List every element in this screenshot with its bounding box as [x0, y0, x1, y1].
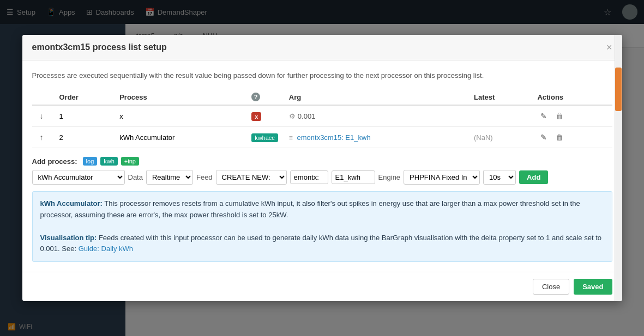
add-process-header: Add process: log kwh +inp	[32, 157, 612, 166]
move-down-button-1[interactable]: ↓	[38, 111, 46, 121]
node-input[interactable]	[290, 170, 328, 184]
vis-tip-link[interactable]: Guide: Daily kWh	[79, 245, 133, 253]
row2-order: 2	[54, 127, 115, 148]
edit-button-2[interactable]: ✎	[537, 131, 550, 143]
add-process-label: Add process:	[32, 157, 77, 166]
col-process-header: Process	[114, 89, 246, 105]
modal-footer: Close Saved	[22, 272, 622, 301]
modal-overlay: emontx3cm15 process list setup × Process…	[0, 0, 644, 336]
row1-arg: ⚙0.001	[289, 112, 316, 120]
move-up-button-2[interactable]: ↑	[38, 132, 46, 143]
feed-label: Feed	[196, 173, 213, 181]
feed-name-input[interactable]	[332, 170, 375, 184]
help-icon[interactable]: ?	[251, 93, 260, 101]
gear-icon: ⚙	[289, 112, 296, 120]
delete-button-2[interactable]: 🗑	[552, 131, 567, 143]
process-select[interactable]: kWh Accumulator	[32, 170, 125, 185]
add-button[interactable]: Add	[519, 170, 548, 184]
feed-select[interactable]: CREATE NEW:	[216, 170, 287, 185]
info-body-text: This processor removes resets from a cum…	[40, 199, 580, 219]
table-icon: ≡	[289, 134, 293, 142]
row1-order: 1	[54, 105, 115, 127]
feed-link[interactable]: emontx3cm15: E1_kwh	[297, 133, 371, 142]
modal-header: emontx3cm15 process list setup ×	[22, 35, 622, 60]
data-type-select[interactable]: Realtime	[146, 170, 193, 185]
tag-inp[interactable]: +inp	[121, 157, 139, 166]
interval-select[interactable]: 10s	[483, 170, 516, 185]
info-box: kWh Accumulator: This processor removes …	[32, 191, 612, 262]
col-arg-header: Arg	[284, 89, 468, 105]
delete-button-1[interactable]: 🗑	[552, 110, 567, 122]
row2-latest: (NaN)	[474, 133, 493, 142]
col-actions-header: Actions	[532, 89, 612, 105]
data-label: Data	[128, 173, 143, 181]
tag-log[interactable]: log	[83, 157, 98, 166]
info-body: kWh Accumulator: This processor removes …	[40, 198, 604, 221]
engine-label: Engine	[378, 173, 400, 181]
badge-x[interactable]: x	[251, 112, 261, 121]
close-button[interactable]: Close	[533, 279, 569, 295]
row1-latest	[468, 105, 532, 127]
vis-tip-title: Visualisation tip:	[40, 234, 97, 242]
modal-scroll-thumb[interactable]	[615, 68, 622, 111]
modal-body: Processes are executed sequentially with…	[22, 60, 622, 272]
edit-button-1[interactable]: ✎	[537, 110, 550, 122]
col-order-header: Order	[54, 89, 115, 105]
row1-process: x	[114, 105, 246, 127]
col-arrow	[32, 89, 54, 105]
modal-description: Processes are executed sequentially with…	[32, 70, 612, 81]
modal: emontx3cm15 process list setup × Process…	[22, 35, 622, 301]
badge-kwhacc: kwhacc	[251, 133, 278, 142]
table-row: ↑ 2 kWh Accumulator kwhacc ≡ emontx3cm15…	[32, 127, 612, 148]
info-title: kWh Accumulator:	[40, 199, 103, 207]
row2-arg: ≡ emontx3cm15: E1_kwh	[289, 133, 371, 142]
tag-kwh[interactable]: kwh	[100, 157, 118, 166]
col-latest-header: Latest	[468, 89, 532, 105]
engine-select[interactable]: PHPFINA Fixed Inte	[404, 170, 480, 185]
modal-title: emontx3cm15 process list setup	[32, 42, 167, 52]
modal-close-button[interactable]: ×	[606, 42, 612, 52]
saved-button[interactable]: Saved	[574, 279, 612, 295]
vis-tip: Visualisation tip: Feeds created with th…	[40, 233, 604, 255]
modal-scrollbar[interactable]	[615, 35, 622, 301]
add-process-row: kWh Accumulator Data Realtime Feed CREAT…	[32, 170, 612, 185]
row2-process: kWh Accumulator	[114, 127, 246, 148]
process-table: Order Process ? Arg Latest Actions	[32, 89, 612, 148]
table-row: ↓ 1 x x ⚙0.001	[32, 105, 612, 127]
